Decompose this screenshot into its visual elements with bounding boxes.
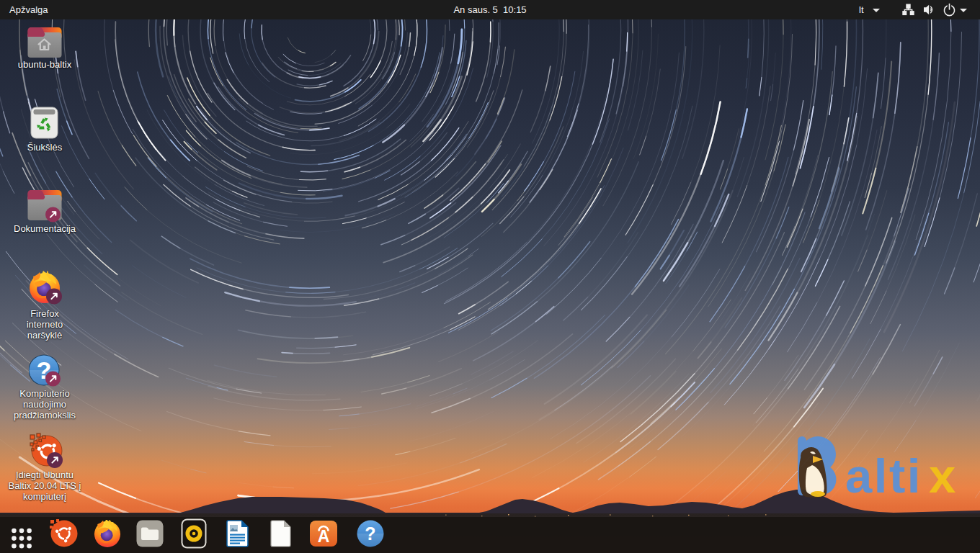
svg-text:A: A	[318, 527, 330, 546]
svg-text:alti: alti	[845, 449, 922, 503]
svg-text:x: x	[929, 449, 956, 503]
svg-text:?: ?	[365, 523, 375, 544]
